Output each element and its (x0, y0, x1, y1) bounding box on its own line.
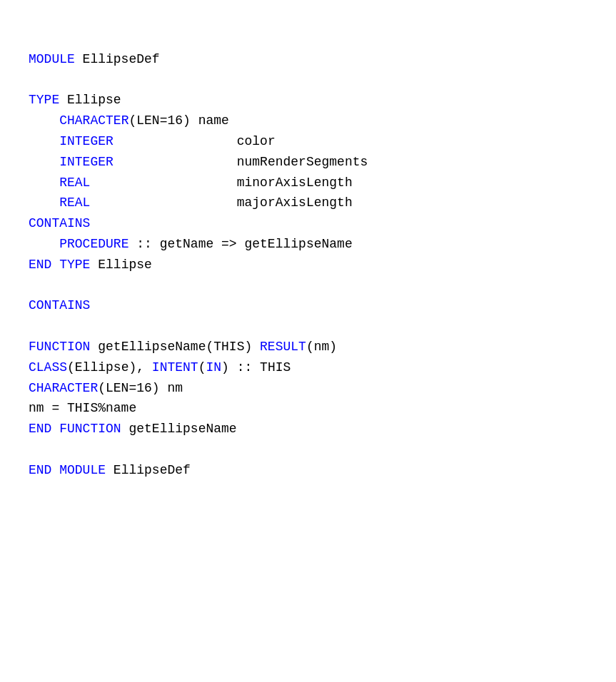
code-line: CHARACTER(LEN=16) name (29, 111, 587, 131)
plain-token (51, 258, 59, 272)
plain-token (51, 463, 59, 477)
keyword-token: TYPE (59, 258, 90, 272)
plain-token (51, 422, 59, 436)
code-line: CLASS(Ellipse), INTENT(IN) :: THIS (29, 357, 587, 378)
keyword-token: MODULE (29, 52, 75, 66)
keyword-token: CHARACTER (29, 381, 98, 395)
keyword-token: CHARACTER (59, 113, 128, 128)
code-line: INTEGER numRenderSegments (29, 152, 587, 173)
plain-token (29, 195, 59, 210)
plain-token: (Ellipse), (67, 360, 152, 375)
code-line: MODULE EllipseDef (29, 49, 587, 70)
plain-token: numRenderSegments (113, 155, 368, 169)
code-editor: MODULE EllipseDef TYPE Ellipse CHARACTER… (29, 29, 587, 481)
code-line: FUNCTION getEllipseName(THIS) RESULT(nm) (29, 337, 587, 357)
plain-token: (LEN=16) name (128, 113, 228, 128)
plain-token: nm = THIS%name (29, 401, 136, 415)
keyword-token: IN (206, 360, 221, 375)
plain-token (29, 134, 59, 148)
plain-token: Ellipse (59, 93, 121, 107)
plain-token: EllipseDef (75, 52, 160, 66)
code-line: CHARACTER(LEN=16) nm (29, 378, 587, 399)
plain-token: (nm) (306, 340, 337, 354)
code-line: TYPE Ellipse (29, 90, 587, 111)
code-line: END TYPE Ellipse (29, 255, 587, 275)
code-line: END MODULE EllipseDef (29, 460, 587, 481)
keyword-token: INTENT (152, 360, 198, 375)
keyword-token: INTEGER (59, 155, 113, 169)
plain-token: ) :: THIS (221, 360, 291, 375)
plain-token: getEllipseName(THIS) (90, 340, 260, 354)
keyword-token: CLASS (29, 360, 67, 375)
code-line (29, 70, 587, 91)
code-line: REAL majorAxisLength (29, 193, 587, 213)
plain-token: Ellipse (90, 258, 151, 272)
plain-token: minorAxisLength (90, 175, 352, 190)
code-line (29, 275, 587, 296)
keyword-token: RESULT (260, 340, 306, 354)
plain-token (29, 113, 59, 128)
keyword-token: REAL (59, 175, 90, 190)
keyword-token: CONTAINS (29, 216, 90, 230)
plain-token: :: getName => getEllipseName (128, 237, 352, 251)
code-line: CONTAINS (29, 295, 587, 316)
keyword-token: END (29, 463, 51, 477)
plain-token: majorAxisLength (90, 195, 352, 210)
plain-token (29, 155, 59, 169)
keyword-token: INTEGER (59, 134, 113, 148)
code-line: nm = THIS%name (29, 398, 587, 419)
code-line: END FUNCTION getEllipseName (29, 419, 587, 439)
code-line: CONTAINS (29, 213, 587, 234)
plain-token: (LEN=16) nm (98, 381, 183, 395)
keyword-token: PROCEDURE (59, 237, 128, 251)
keyword-token: END (29, 422, 51, 436)
code-line (29, 316, 587, 337)
plain-token: color (113, 134, 276, 148)
code-line (29, 439, 587, 460)
keyword-token: FUNCTION (29, 340, 90, 354)
keyword-token: TYPE (29, 93, 59, 107)
keyword-token: FUNCTION (59, 422, 121, 436)
keyword-token: MODULE (59, 463, 106, 477)
plain-token: ( (198, 360, 206, 375)
keyword-token: END (29, 258, 51, 272)
plain-token: getEllipseName (121, 422, 237, 436)
code-line: REAL minorAxisLength (29, 173, 587, 193)
keyword-token: REAL (59, 195, 90, 210)
code-line: PROCEDURE :: getName => getEllipseName (29, 234, 587, 255)
plain-token (29, 237, 59, 251)
plain-token: EllipseDef (106, 463, 191, 477)
plain-token (29, 175, 59, 190)
code-line: INTEGER color (29, 131, 587, 152)
keyword-token: CONTAINS (29, 298, 90, 312)
